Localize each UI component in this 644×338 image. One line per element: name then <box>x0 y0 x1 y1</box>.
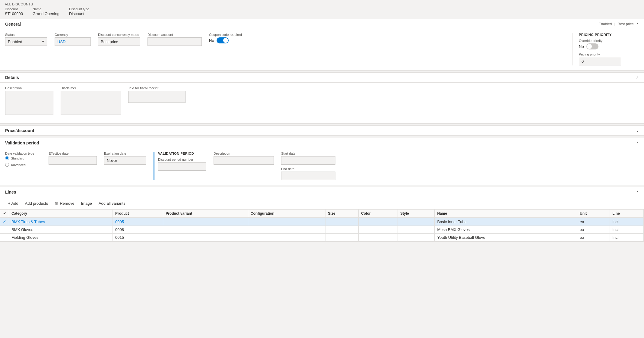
row-line: Incl <box>610 218 644 226</box>
general-body: Status Enabled Currency USD Discount con… <box>5 33 639 65</box>
row-check[interactable] <box>0 226 9 234</box>
validation-title: Validation period <box>5 141 39 145</box>
col-product: Product <box>113 210 163 218</box>
discount-period-field: Discount period number <box>158 158 206 171</box>
start-date-input[interactable] <box>281 156 335 165</box>
discount-concurrency-label: Discount concurrency mode <box>98 33 140 36</box>
standard-radio[interactable] <box>5 156 9 160</box>
col-color: Color <box>359 210 398 218</box>
add-all-variants-button[interactable]: Add all variants <box>96 199 128 207</box>
row-size <box>325 226 359 234</box>
lines-table-body: ✓BMX Tires & Tubes0005Basic Inner Tubeea… <box>0 218 644 242</box>
currency-value: USD <box>55 37 91 46</box>
details-section-header[interactable]: Details ∧ <box>0 73 644 83</box>
row-line: Incl <box>610 234 644 242</box>
effective-date-label: Effective date <box>49 152 97 155</box>
price-discount-title: Price/discount <box>5 128 34 133</box>
override-priority-label: Override priority <box>579 39 639 43</box>
row-category-link[interactable]: BMX Tires & Tubes <box>11 220 45 224</box>
validation-period-box: VALIDATION PERIOD Discount period number <box>154 152 206 180</box>
coupon-label: Coupon code required <box>209 33 245 36</box>
end-date-input[interactable] <box>281 172 335 180</box>
discount-account-field: Discount account <box>148 33 202 46</box>
price-discount-header[interactable]: Price/discount ∨ <box>0 126 644 136</box>
details-section: Details ∧ Description Disclaimer Text fo… <box>0 72 644 124</box>
row-check[interactable]: ✓ <box>0 218 9 226</box>
expiration-date-label: Expiration date <box>104 152 146 155</box>
details-row: Description Disclaimer Text for fiscal r… <box>5 86 639 115</box>
details-title: Details <box>5 75 19 80</box>
fiscal-input[interactable] <box>128 91 186 103</box>
general-section-header[interactable]: General Enabled | Best price ∧ <box>0 19 644 29</box>
row-style <box>398 226 435 234</box>
price-discount-chevron: ∨ <box>636 128 639 133</box>
col-style: Style <box>398 210 435 218</box>
image-button[interactable]: Image <box>78 199 95 207</box>
status-field: Status Enabled <box>5 33 47 46</box>
coupon-field: Coupon code required No <box>209 33 245 46</box>
pipe: | <box>614 22 615 26</box>
row-check[interactable] <box>0 234 9 242</box>
validation-description-field: Description <box>214 152 274 180</box>
effective-date-input[interactable] <box>49 156 97 165</box>
row-name: Mesh BMX Gloves <box>435 226 577 234</box>
pricing-priority-label: Pricing priority <box>579 52 639 56</box>
lines-toolbar: + Add Add products 🗑 Remove Image Add al… <box>0 197 644 210</box>
standard-radio-item: Standard <box>5 156 41 160</box>
discount-type-label: Discount type <box>69 7 89 11</box>
pricing-priority-input[interactable]: 0 <box>579 57 621 65</box>
disclaimer-input[interactable] <box>61 91 121 115</box>
row-color <box>359 226 398 234</box>
status-select[interactable]: Enabled <box>5 37 47 46</box>
validation-description-input[interactable] <box>214 156 274 165</box>
fiscal-field: Text for fiscal receipt <box>128 86 186 115</box>
table-row[interactable]: BMX Gloves0008Mesh BMX GloveseaIncl <box>0 226 644 234</box>
date-validation-field: Date validation type Standard Advanced <box>5 152 41 180</box>
discount-account-label: Discount account <box>148 33 202 36</box>
general-status-right: Enabled <box>598 22 612 26</box>
fiscal-label: Text for fiscal receipt <box>128 86 186 90</box>
validation-body: Date validation type Standard Advanced E… <box>0 148 644 185</box>
discount-value: ST100000 <box>5 11 23 16</box>
row-product: 0008 <box>113 226 163 234</box>
start-date-field: Start date <box>281 152 335 165</box>
validation-section: Validation period ∧ Date validation type… <box>0 138 644 185</box>
validation-section-header[interactable]: Validation period ∧ <box>0 138 644 148</box>
lines-table: ✓ Category Product Product variant Confi… <box>0 210 644 242</box>
advanced-label: Advanced <box>11 163 26 167</box>
table-row[interactable]: ✓BMX Tires & Tubes0005Basic Inner Tubeea… <box>0 218 644 226</box>
row-line: Incl <box>610 226 644 234</box>
row-unit: ea <box>577 218 610 226</box>
check-icon: ✓ <box>3 219 6 224</box>
row-configuration <box>248 234 325 242</box>
row-product[interactable]: 0005 <box>113 218 163 226</box>
description-field: Description <box>5 86 53 115</box>
remove-button[interactable]: 🗑 Remove <box>52 199 77 207</box>
add-products-button[interactable]: Add products <box>22 199 51 207</box>
discount-period-input[interactable] <box>158 162 206 171</box>
row-configuration <box>248 218 325 226</box>
name-value: Grand Opening <box>33 11 59 16</box>
general-row1: Status Enabled Currency USD Discount con… <box>5 33 565 46</box>
remove-label: Remove <box>60 201 74 206</box>
name-label: Name <box>33 7 59 11</box>
override-priority-toggle[interactable] <box>586 43 598 49</box>
disclaimer-label: Disclaimer <box>61 86 121 90</box>
lines-section-header[interactable]: Lines ∧ <box>0 187 644 197</box>
expiration-date-value: Never <box>104 156 146 165</box>
record-fields: Discount ST100000 Name Grand Opening Dis… <box>5 7 639 16</box>
breadcrumb: ALL DISCOUNTS <box>5 2 639 6</box>
row-product-link[interactable]: 0005 <box>115 220 124 224</box>
details-body: Description Disclaimer Text for fiscal r… <box>0 83 644 123</box>
coupon-toggle[interactable] <box>217 37 229 43</box>
row-color <box>359 218 398 226</box>
row-category[interactable]: BMX Tires & Tubes <box>9 218 113 226</box>
lines-title: Lines <box>5 190 16 194</box>
add-button[interactable]: + Add <box>5 199 21 207</box>
table-row[interactable]: Fielding Gloves0015Youth Utility Basebal… <box>0 234 644 242</box>
row-unit: ea <box>577 234 610 242</box>
col-product-variant: Product variant <box>163 210 248 218</box>
description-input[interactable] <box>5 91 53 115</box>
row-size <box>325 218 359 226</box>
advanced-radio[interactable] <box>5 163 9 167</box>
